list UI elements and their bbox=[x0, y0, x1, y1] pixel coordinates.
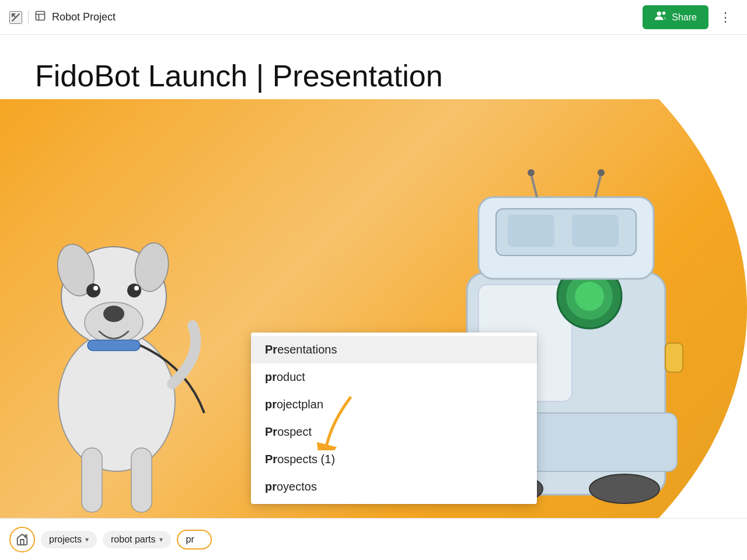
dropdown-item-prospects[interactable]: Prospects (1) bbox=[251, 446, 537, 473]
search-tag[interactable]: pr bbox=[177, 530, 212, 550]
svg-line-31 bbox=[595, 174, 601, 197]
rest-text: ospects (1) bbox=[277, 453, 335, 466]
tag-chip-robot-parts[interactable]: robot parts ▾ bbox=[103, 531, 170, 548]
back-button[interactable] bbox=[9, 11, 22, 24]
more-options-button[interactable]: ⋮ bbox=[714, 8, 738, 27]
tag-chip-robot-parts-label: robot parts bbox=[111, 534, 155, 545]
tag-chip-projects-label: projects bbox=[49, 534, 82, 545]
svg-line-29 bbox=[531, 174, 537, 197]
people-icon bbox=[654, 10, 667, 24]
home-button[interactable]: + bbox=[9, 527, 35, 552]
svg-point-30 bbox=[528, 169, 535, 176]
bottom-bar: + projects ▾ robot parts ▾ pr bbox=[0, 518, 747, 560]
svg-point-8 bbox=[662, 12, 666, 15]
share-button[interactable]: Share bbox=[643, 5, 708, 29]
match-text: pr bbox=[265, 480, 277, 493]
dropdown-item-proyectos[interactable]: proyectos bbox=[251, 473, 537, 501]
top-bar-right: Share ⋮ bbox=[643, 5, 738, 29]
svg-point-37 bbox=[589, 474, 659, 503]
match-text: pr bbox=[265, 398, 277, 411]
svg-rect-20 bbox=[131, 448, 152, 512]
arrow-indicator bbox=[315, 392, 385, 453]
search-tag-value: pr bbox=[186, 534, 194, 545]
chevron-down-icon: ▾ bbox=[85, 536, 89, 544]
rest-text: esentations bbox=[277, 343, 337, 356]
svg-rect-34 bbox=[572, 215, 619, 247]
svg-point-16 bbox=[127, 284, 141, 298]
svg-rect-33 bbox=[508, 215, 554, 247]
svg-text:+: + bbox=[25, 536, 26, 538]
rest-text: oduct bbox=[277, 370, 305, 383]
match-text: Pr bbox=[265, 425, 277, 438]
svg-point-18 bbox=[134, 286, 139, 290]
tag-chip-projects[interactable]: projects ▾ bbox=[41, 531, 97, 548]
document-icon bbox=[34, 10, 46, 24]
top-bar: Robot Project Share ⋮ bbox=[0, 0, 747, 35]
dropdown-item-prospect[interactable]: Prospect bbox=[251, 418, 537, 446]
svg-point-9 bbox=[58, 331, 175, 471]
svg-point-26 bbox=[575, 282, 604, 311]
svg-point-14 bbox=[103, 306, 124, 322]
svg-point-17 bbox=[93, 286, 98, 290]
svg-rect-19 bbox=[82, 448, 102, 512]
share-label: Share bbox=[672, 12, 697, 23]
match-text: Pr bbox=[265, 343, 277, 356]
match-text: Pr bbox=[265, 453, 277, 466]
divider bbox=[28, 10, 29, 24]
svg-rect-21 bbox=[88, 340, 140, 351]
svg-point-15 bbox=[86, 284, 100, 298]
doc-title: Robot Project bbox=[52, 11, 116, 23]
chevron-down-icon: ▾ bbox=[159, 536, 163, 544]
svg-rect-4 bbox=[36, 12, 45, 20]
top-bar-left: Robot Project bbox=[9, 10, 643, 24]
dropdown-item-product[interactable]: product bbox=[251, 363, 537, 391]
svg-point-7 bbox=[657, 12, 661, 16]
dropdown-item-presentations[interactable]: Presentations bbox=[251, 336, 537, 363]
svg-rect-38 bbox=[665, 343, 683, 372]
main-content: FidoBot Launch | Presentation bbox=[0, 35, 747, 518]
dropdown-item-projectplan[interactable]: projectplan bbox=[251, 391, 537, 418]
slide-title: FidoBot Launch | Presentation bbox=[35, 58, 443, 93]
dropdown-menu: Presentations product projectplan Prospe… bbox=[251, 332, 537, 504]
rest-text: oyectos bbox=[277, 480, 317, 493]
match-text: pr bbox=[265, 370, 277, 383]
rest-text: ospect bbox=[277, 425, 312, 438]
svg-point-32 bbox=[598, 169, 605, 176]
dog-figure bbox=[23, 180, 222, 518]
